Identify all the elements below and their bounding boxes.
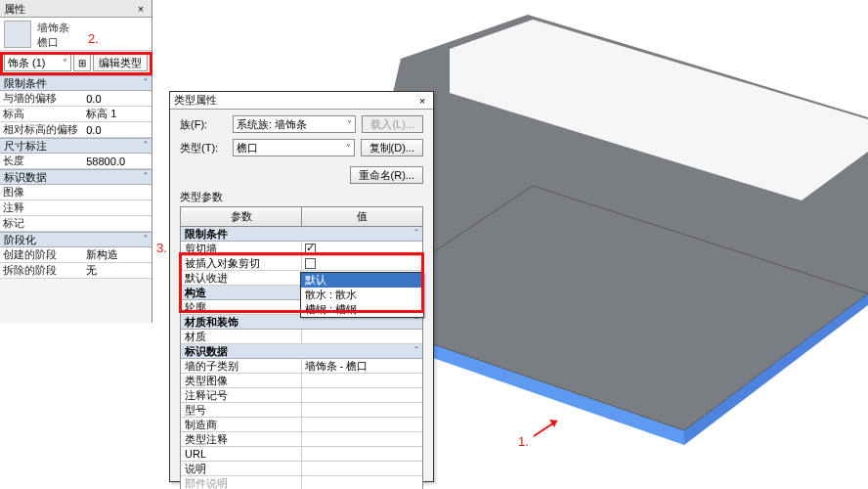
section-identity[interactable]: 标识数据ˆ bbox=[0, 169, 152, 185]
param-row[interactable]: 剪切墙 bbox=[181, 242, 422, 256]
type-thumb-icon bbox=[4, 21, 31, 48]
rename-button[interactable]: 重命名(R)... bbox=[350, 166, 423, 184]
dialog-titlebar[interactable]: 类型属性 × bbox=[170, 92, 433, 110]
param-row[interactable]: 与墙的偏移0.0 bbox=[0, 91, 152, 107]
collapse-icon[interactable]: ˆ bbox=[414, 228, 418, 240]
filter-icon[interactable]: ⊞ bbox=[73, 54, 91, 71]
param-row[interactable]: 部件说明 bbox=[181, 476, 422, 489]
param-row[interactable]: 被插入对象剪切 bbox=[181, 256, 422, 271]
dropdown-option[interactable]: 槽钢 : 槽钢 bbox=[301, 302, 423, 317]
type-select[interactable]: 檐口 bbox=[233, 139, 355, 156]
profile-dropdown[interactable]: 默认 散水 : 散水 槽钢 : 槽钢 bbox=[300, 272, 424, 318]
param-row[interactable]: 长度58800.0 bbox=[0, 154, 152, 169]
collapse-icon[interactable]: ˆ bbox=[144, 234, 148, 245]
param-identity: 图像 注释 标记 bbox=[0, 185, 152, 232]
param-row[interactable]: 注释记号 bbox=[181, 388, 422, 403]
param-row[interactable]: 标高标高 1 bbox=[0, 107, 152, 122]
annotation-1: 1. bbox=[518, 434, 529, 449]
checkbox-icon[interactable] bbox=[305, 244, 316, 254]
properties-palette: 属性 × 墙饰条 檐口 饰条 (1) ⊞ 编辑类型 限制条件ˆ 与墙的偏移0.0… bbox=[0, 0, 152, 323]
type-label: 类型(T): bbox=[180, 141, 227, 156]
col-param: 参数 bbox=[181, 207, 302, 226]
param-row[interactable]: 图像 bbox=[0, 185, 152, 200]
palette-titlebar[interactable]: 属性 × bbox=[0, 0, 152, 18]
param-phasing: 创建的阶段新构造 拆除的阶段无 bbox=[0, 247, 152, 279]
collapse-icon[interactable]: ˆ bbox=[144, 77, 148, 89]
section-constraints[interactable]: 限制条件ˆ bbox=[0, 75, 152, 91]
collapse-icon[interactable]: ˆ bbox=[144, 140, 148, 152]
col-value: 值 bbox=[302, 207, 422, 226]
type-selector-head[interactable]: 墙饰条 檐口 bbox=[0, 18, 152, 51]
type-params-header: 参数 值 bbox=[180, 206, 423, 227]
svg-marker-6 bbox=[549, 420, 557, 427]
param-dimension: 长度58800.0 bbox=[0, 154, 152, 169]
param-row[interactable]: 相对标高的偏移0.0 bbox=[0, 122, 152, 138]
param-row[interactable]: 标记 bbox=[0, 216, 152, 232]
load-button: 载入(L)... bbox=[362, 115, 423, 133]
group-constraints[interactable]: 限制条件ˆ bbox=[181, 227, 422, 242]
close-icon[interactable]: × bbox=[415, 95, 429, 107]
dialog-title: 类型属性 bbox=[174, 93, 217, 108]
param-row[interactable]: 创建的阶段新构造 bbox=[0, 247, 152, 263]
dropdown-option[interactable]: 散水 : 散水 bbox=[301, 288, 423, 302]
param-row[interactable]: 说明 bbox=[181, 462, 422, 476]
close-icon[interactable]: × bbox=[134, 0, 148, 18]
collapse-icon[interactable]: ˆ bbox=[414, 345, 418, 357]
duplicate-button[interactable]: 复制(D)... bbox=[361, 139, 423, 156]
instance-filter-row: 饰条 (1) ⊞ 编辑类型 bbox=[0, 51, 152, 75]
type-params-grid[interactable]: 限制条件ˆ 剪切墙 被插入对象剪切 默认收进0.0 构造ˆ 轮廓默认 材质和装饰… bbox=[180, 227, 423, 489]
param-row[interactable]: 类型图像 bbox=[181, 374, 422, 388]
instance-filter-combo[interactable]: 饰条 (1) bbox=[4, 54, 71, 71]
param-row[interactable]: 拆除的阶段无 bbox=[0, 263, 152, 279]
section-dimension[interactable]: 尺寸标注ˆ bbox=[0, 138, 152, 154]
collapse-icon[interactable]: ˆ bbox=[144, 171, 148, 183]
palette-title: 属性 bbox=[4, 0, 25, 18]
param-row[interactable]: 制造商 bbox=[181, 418, 422, 432]
group-identity[interactable]: 标识数据ˆ bbox=[181, 344, 422, 359]
checkbox-icon[interactable] bbox=[305, 258, 316, 269]
family-select[interactable]: 系统族: 墙饰条 bbox=[233, 115, 356, 133]
param-row[interactable]: 类型注释 bbox=[181, 432, 422, 447]
section-phasing[interactable]: 阶段化ˆ bbox=[0, 232, 152, 247]
dropdown-option[interactable]: 默认 bbox=[301, 273, 423, 288]
annotation-2: 2. bbox=[88, 31, 99, 46]
param-row[interactable]: URL bbox=[181, 447, 422, 462]
family-label: 族(F): bbox=[180, 117, 227, 132]
type-params-label: 类型参数 bbox=[170, 190, 433, 206]
param-row[interactable]: 注释 bbox=[0, 200, 152, 216]
param-row[interactable]: 墙的子类别墙饰条 - 檐口 bbox=[181, 359, 422, 374]
edit-type-button[interactable]: 编辑类型 bbox=[93, 54, 148, 71]
param-row[interactable]: 型号 bbox=[181, 403, 422, 418]
annotation-3: 3. bbox=[156, 241, 167, 255]
param-row[interactable]: 材质 bbox=[181, 330, 422, 344]
param-constraints: 与墙的偏移0.0 标高标高 1 相对标高的偏移0.0 bbox=[0, 91, 152, 138]
